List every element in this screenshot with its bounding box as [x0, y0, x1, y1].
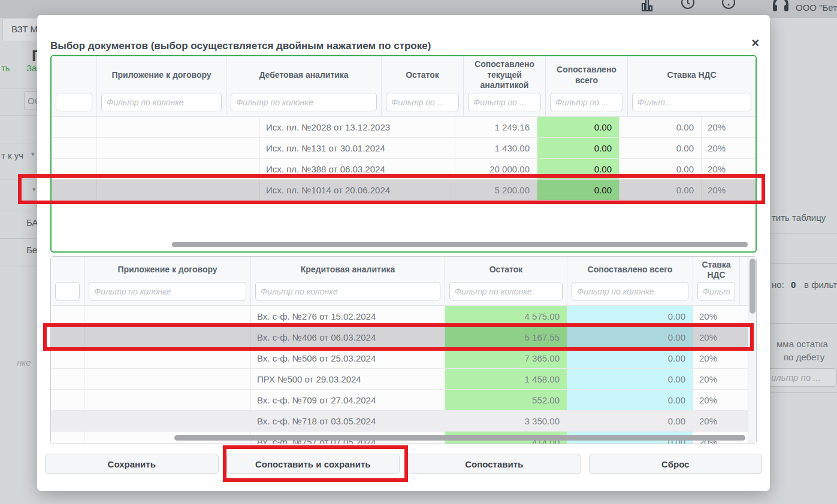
- filter-input[interactable]: [255, 282, 440, 300]
- cell-credit-analytics: ПРХ №500 от 29.03.2024: [251, 369, 445, 389]
- horizontal-scrollbar-thumb[interactable]: [172, 242, 748, 247]
- cell-marker: [51, 327, 84, 347]
- debit-row[interactable]: Исх. пл. №1014 от 20.06.20245 200.000.00…: [52, 180, 756, 201]
- cell-marker: [51, 411, 84, 431]
- cell-balance: 1 458.00: [445, 369, 567, 389]
- filter-input[interactable]: [89, 282, 246, 300]
- column-header-label: Сопоставлено всего: [567, 257, 693, 281]
- filter-input[interactable]: [550, 93, 623, 111]
- debit-row[interactable]: Исх. пл. №131 от 30.01.20241 430.000.000…: [52, 138, 756, 159]
- cell-attachment: [84, 411, 251, 431]
- column-header-label: [52, 56, 96, 92]
- cell-marker: [52, 117, 97, 137]
- column-header-label: Приложение к договору: [97, 56, 226, 92]
- credit-row[interactable]: ПРХ №500 от 29.03.20241 458.000.0020%: [51, 369, 756, 390]
- cell-matched-total: 0.00: [567, 327, 693, 347]
- filter-input[interactable]: [449, 282, 563, 300]
- column-header-cell: Дебетовая аналитика: [226, 56, 382, 116]
- reset-button[interactable]: Сброс: [589, 454, 763, 474]
- cell-balance: 3 350.00: [445, 411, 567, 431]
- cell-vat-rate: 20%: [702, 159, 756, 179]
- credit-row[interactable]: Вх. с-ф. №718 от 03.05.20243 350.000.002…: [51, 411, 756, 432]
- column-header-label: Остаток: [445, 257, 567, 281]
- credit-row[interactable]: Вх. с-ф. №276 от 15.02.20244 575.000.002…: [51, 306, 756, 327]
- cell-vat-rate: 20%: [693, 411, 740, 431]
- cell-matched-total: 0.00: [620, 117, 702, 137]
- cell-matched-total: 0.00: [567, 390, 693, 410]
- column-header-cell: Сопоставлено всего: [546, 56, 628, 116]
- cell-vat-rate: 20%: [702, 117, 756, 137]
- save-button[interactable]: Сохранить: [45, 454, 219, 474]
- cell-balance: 1 430.00: [455, 138, 537, 158]
- cell-balance: 4 575.00: [445, 306, 567, 326]
- cell-vat-rate: 20%: [693, 390, 740, 410]
- column-header-cell: Кредитовая аналитика: [251, 257, 445, 305]
- column-header-cell: [51, 257, 84, 305]
- cell-credit-analytics: Вх. с-ф. №709 от 27.04.2024: [251, 390, 445, 410]
- cell-debit-analytics: Исх. пл. №388 от 06.03.2024: [260, 159, 455, 179]
- cell-credit-analytics: Вх. с-ф. №718 от 03.05.2024: [251, 411, 445, 431]
- credit-row[interactable]: Вх. с-ф. №709 от 27.04.2024552.000.0020%: [51, 390, 756, 411]
- filter-input[interactable]: [386, 93, 459, 111]
- cell-matched-total: 0.00: [620, 138, 702, 158]
- filter-input[interactable]: [56, 93, 92, 111]
- column-header-cell: [52, 56, 97, 116]
- credit-table-header: Приложение к договоруКредитовая аналитик…: [51, 257, 756, 306]
- cell-balance: 1 249.16: [455, 117, 537, 137]
- document-selection-dialog: Выбор документов (выбор осуществляется д…: [37, 15, 770, 491]
- filter-input[interactable]: [632, 93, 751, 111]
- cell-marker: [52, 159, 97, 179]
- column-header-cell: Ставка НДС: [693, 257, 740, 305]
- cell-marker: [51, 306, 84, 326]
- cell-vat-rate: 20%: [693, 306, 740, 326]
- close-icon[interactable]: ×: [751, 37, 759, 50]
- debit-row[interactable]: Исх. пл. №2028 от 13.12.20231 249.160.00…: [52, 117, 756, 138]
- cell-vat-rate: 20%: [693, 369, 740, 389]
- column-header-cell: Сопоставлено всего: [567, 257, 693, 305]
- filter-input[interactable]: [468, 93, 541, 111]
- column-header-label: Дебетовая аналитика: [226, 56, 381, 92]
- cell-marker: [51, 390, 84, 410]
- cell-attachment: [97, 180, 260, 200]
- cell-vat-rate: 20%: [702, 138, 756, 158]
- cell-marker: [51, 348, 84, 368]
- filter-input[interactable]: [55, 282, 80, 300]
- vertical-scrollbar-thumb[interactable]: [750, 259, 756, 314]
- cell-balance: 5 200.00: [455, 180, 537, 200]
- cell-vat-rate: 20%: [702, 180, 756, 200]
- cell-credit-analytics: Вх. с-ф. №406 от 06.03.2024: [251, 327, 445, 347]
- filter-input[interactable]: [697, 282, 735, 300]
- horizontal-scrollbar-thumb[interactable]: [174, 435, 745, 441]
- column-header-cell: Приложение к договору: [84, 257, 251, 305]
- vertical-scrollbar[interactable]: [748, 257, 756, 444]
- filter-input[interactable]: [101, 93, 222, 111]
- column-header-label: Кредитовая аналитика: [251, 257, 445, 281]
- cell-attachment: [97, 159, 260, 179]
- cell-matched-current: 0.00: [537, 117, 620, 137]
- cell-debit-analytics: Исх. пл. №1014 от 20.06.2024: [260, 180, 455, 200]
- cell-debit-analytics: Исх. пл. №2028 от 13.12.2023: [260, 117, 455, 137]
- match-and-save-button[interactable]: Сопоставить и сохранить: [226, 454, 400, 474]
- cell-matched-current: 0.00: [537, 180, 620, 200]
- cell-matched-total: 0.00: [567, 306, 693, 326]
- debit-row[interactable]: Исх. пл. №388 от 06.03.202420 000.000.00…: [52, 159, 756, 180]
- column-header-cell: Остаток: [445, 257, 567, 305]
- cell-marker: [51, 432, 84, 444]
- cell-attachment: [84, 348, 251, 368]
- cell-matched-total: 0.00: [620, 180, 702, 200]
- filter-input[interactable]: [231, 93, 377, 111]
- cell-matched-total: 0.00: [567, 369, 693, 389]
- cell-marker: [52, 138, 97, 158]
- cell-attachment: [84, 327, 251, 347]
- cell-marker: [52, 180, 97, 200]
- credit-row[interactable]: Вх. с-ф. №506 от 25.03.20247 365.000.002…: [51, 348, 756, 369]
- column-header-cell: Приложение к договору: [97, 56, 226, 116]
- column-header-cell: Сопоставлено текущей аналитикой: [464, 56, 546, 116]
- dialog-title: Выбор документов (выбор осуществляется д…: [50, 40, 431, 52]
- dialog-footer: СохранитьСопоставить и сохранитьСопостав…: [45, 454, 762, 474]
- cell-credit-analytics: Вх. с-ф. №276 от 15.02.2024: [251, 306, 445, 326]
- credit-row[interactable]: Вх. с-ф. №406 от 06.03.20245 167.550.002…: [51, 327, 756, 348]
- column-header-cell: Ставка НДС: [628, 56, 756, 116]
- match-button[interactable]: Сопоставить: [407, 454, 581, 474]
- filter-input[interactable]: [572, 282, 688, 300]
